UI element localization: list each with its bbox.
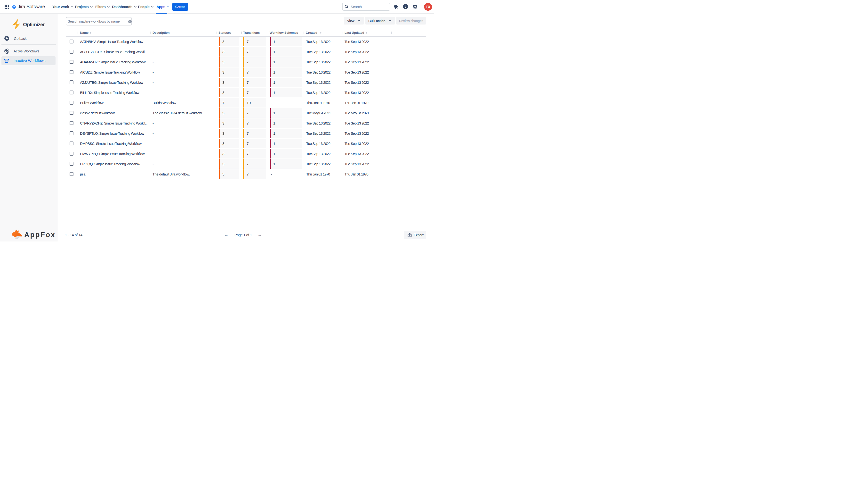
svg-text:?: ? <box>404 5 406 8</box>
